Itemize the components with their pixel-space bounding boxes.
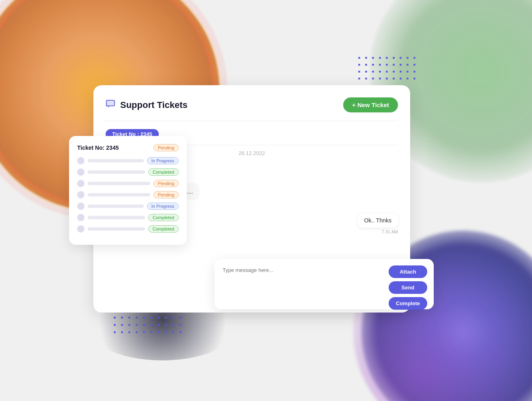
ticket-list-card: Ticket No: 2345 Pending In Progress Comp… (69, 136, 187, 245)
row-avatar (77, 180, 84, 187)
svg-rect-0 (106, 100, 115, 106)
sent-message-bubble: Ok.. Thnks (358, 213, 398, 228)
list-item: Completed (77, 168, 179, 176)
status-badge: In Progress (147, 157, 179, 164)
row-avatar (77, 191, 84, 198)
complete-button[interactable]: Complete (389, 297, 427, 310)
row-avatar (77, 225, 84, 233)
list-item: Completed (77, 214, 179, 221)
row-avatar (77, 214, 84, 221)
status-badge: Pending (154, 180, 179, 187)
row-bar (88, 159, 144, 162)
list-item: In Progress (77, 203, 179, 210)
list-item: Completed (77, 225, 179, 233)
title-area: Support Tickets (106, 99, 188, 111)
list-item: Pending (77, 191, 179, 198)
new-ticket-button[interactable]: + New Ticket (343, 97, 398, 112)
status-badge: Pending (154, 191, 179, 198)
row-bar (88, 205, 144, 208)
message-input-card: Attach Send Complete (214, 259, 434, 309)
message-actions: Attach Send Complete (389, 265, 427, 310)
row-bar (88, 170, 145, 174)
header-status-badge: Pending (154, 144, 179, 151)
status-badge: Completed (148, 214, 179, 221)
card-header: Support Tickets + New Ticket (106, 97, 398, 112)
dot-grid-top (358, 57, 418, 82)
row-bar (88, 182, 150, 185)
chat-icon (106, 99, 115, 111)
status-badge: In Progress (147, 203, 179, 210)
list-item: Pending (77, 180, 179, 187)
message-input[interactable] (223, 267, 369, 300)
ticket-list-header: Ticket No: 2345 Pending (77, 144, 179, 151)
send-button[interactable]: Send (389, 281, 427, 294)
row-avatar (77, 157, 84, 164)
page-title: Support Tickets (120, 100, 188, 110)
sent-message-text: Ok.. Thnks (364, 217, 391, 224)
row-avatar (77, 203, 84, 210)
row-bar (88, 216, 145, 219)
status-badge: Completed (148, 225, 179, 233)
row-avatar (77, 168, 84, 176)
ticket-list-title: Ticket No: 2345 (77, 144, 119, 151)
status-badge: Completed (148, 168, 179, 176)
list-item: In Progress (77, 157, 179, 164)
row-bar (88, 193, 150, 196)
row-bar (88, 227, 145, 231)
attach-button[interactable]: Attach (389, 265, 427, 278)
